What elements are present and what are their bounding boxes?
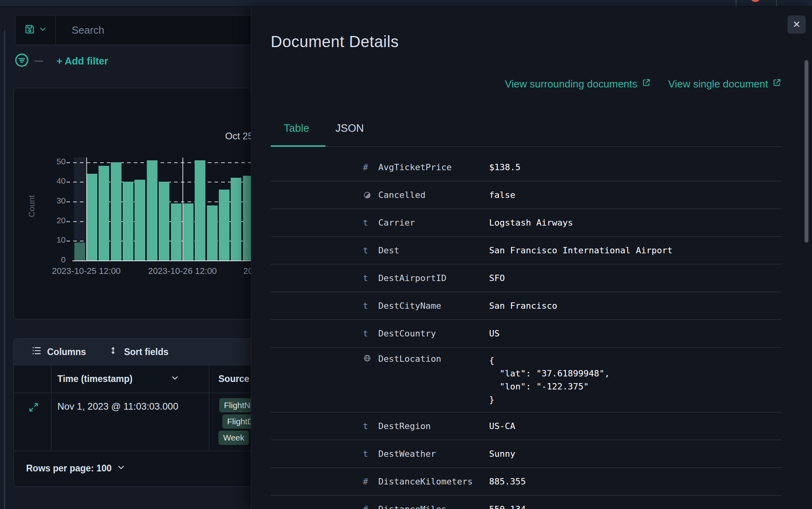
field-row-Cancelled[interactable]: Cancelledfalse [271, 181, 782, 209]
y-tick-10: 10 [32, 235, 66, 245]
field-name: DestCountry [378, 329, 489, 338]
field-row-AvgTicketPrice[interactable]: #AvgTicketPrice$138.5 [271, 154, 782, 181]
columns-list-icon [31, 346, 42, 358]
field-value: false [489, 188, 515, 201]
sort-fields-button[interactable]: Sort fields [108, 346, 168, 358]
saved-query-menu-button[interactable] [15, 15, 56, 45]
external-link-icon [641, 78, 651, 90]
external-link-icon [772, 78, 782, 90]
number-field-icon: # [363, 504, 378, 509]
add-filter-button[interactable]: + Add filter [57, 55, 108, 67]
tab-table[interactable]: Table [271, 122, 323, 145]
field-row-DestCountry[interactable]: tDestCountryUS [271, 320, 782, 348]
flyout-scrollbar[interactable] [804, 60, 808, 243]
view-single-document-label: View single document [668, 78, 768, 90]
histogram-bar[interactable] [123, 182, 133, 260]
filter-divider [34, 61, 43, 62]
field-value: 885.355 [489, 475, 526, 488]
user-avatar-badge[interactable] [750, 0, 761, 2]
y-tick-40: 40 [32, 176, 66, 186]
field-value: US [489, 327, 500, 340]
view-surrounding-documents-link[interactable]: View surrounding documents [505, 78, 651, 90]
rows-per-page-button[interactable]: Rows per page: 100 [26, 463, 126, 475]
save-icon [24, 24, 35, 36]
sort-fields-button-label: Sort fields [124, 347, 168, 357]
rows-per-page-label: Rows per page: 100 [26, 463, 112, 474]
string-field-icon: t [363, 449, 378, 459]
string-field-icon: t [363, 301, 378, 311]
field-name: DestRegion [378, 421, 489, 431]
histogram-bar[interactable] [99, 166, 109, 260]
field-row-DestRegion[interactable]: tDestRegionUS-CA [271, 412, 782, 440]
active-tab-underline [271, 145, 326, 147]
column-divider [51, 365, 51, 393]
histogram-bar[interactable] [183, 203, 194, 260]
day-boundary-gridline [86, 158, 87, 260]
source-field-badge[interactable]: Week [218, 431, 249, 445]
string-field-icon: t [363, 273, 378, 283]
string-field-icon: t [363, 329, 378, 338]
view-surrounding-documents-label: View surrounding documents [505, 78, 637, 90]
document-details-flyout: ✕ Document Details View surrounding docu… [251, 7, 812, 509]
boolean-field-icon [363, 191, 378, 199]
field-name: AvgTicketPrice [378, 162, 489, 172]
flyout-tabs: Table JSON [271, 122, 377, 145]
field-row-Dest[interactable]: tDestSan Francisco International Airport [271, 237, 782, 264]
expand-document-icon[interactable] [28, 402, 39, 414]
flyout-title: Document Details [271, 33, 399, 51]
histogram-bar[interactable] [231, 178, 241, 260]
chevron-down-icon [38, 25, 47, 35]
histogram-bar[interactable] [135, 180, 145, 260]
field-name: Dest [378, 245, 489, 255]
string-field-icon: t [363, 245, 378, 255]
tab-json[interactable]: JSON [323, 122, 377, 145]
histogram-bar[interactable] [219, 190, 230, 260]
field-row-DistanceMiles[interactable]: #DistanceMiles550.134 [271, 496, 782, 509]
field-value: San Francisco [489, 299, 557, 312]
flyout-links: View surrounding documents View single d… [505, 78, 782, 90]
field-name: DestWeather [378, 449, 489, 459]
day-boundary-gridline [182, 158, 183, 260]
field-row-DestWeather[interactable]: tDestWeatherSunny [271, 440, 782, 468]
field-name: DistanceMiles [378, 504, 489, 509]
field-row-DestAirportID[interactable]: tDestAirportIDSFO [271, 264, 782, 292]
partial-bucket-bar[interactable] [74, 243, 85, 260]
histogram-bar[interactable] [147, 160, 157, 260]
close-icon[interactable]: ✕ [787, 15, 806, 34]
source-column-label: Source [218, 374, 249, 384]
view-single-document-link[interactable]: View single document [668, 78, 782, 90]
field-row-Carrier[interactable]: tCarrierLogstash Airways [271, 209, 782, 237]
histogram-bar[interactable] [87, 174, 97, 260]
time-column-header[interactable]: Time (timestamp) [57, 365, 204, 393]
time-column-label: Time (timestamp) [57, 374, 133, 384]
filter-icon[interactable] [14, 52, 30, 70]
field-row-DistanceKilometers[interactable]: #DistanceKilometers885.355 [271, 468, 782, 496]
histogram-bar[interactable] [159, 182, 169, 260]
histogram-bar[interactable] [111, 162, 121, 261]
number-field-icon: # [363, 477, 378, 486]
columns-button-label: Columns [47, 347, 86, 357]
string-field-icon: t [363, 421, 378, 431]
gridline-50 [66, 162, 272, 163]
column-divider [209, 365, 209, 393]
search-placeholder: Search [72, 24, 104, 36]
field-value: US-CA [489, 420, 515, 433]
histogram-bar[interactable] [207, 205, 218, 260]
x-tick-label: 2023-10-26 12:00 [148, 266, 217, 276]
app-top-bar [0, 0, 812, 7]
field-value: Sunny [489, 447, 515, 460]
geo-point-field-icon [363, 354, 378, 363]
histogram-bar[interactable] [171, 203, 182, 260]
field-name: DestAirportID [378, 273, 489, 283]
document-fields-table: #AvgTicketPrice$138.5CancelledfalsetCarr… [271, 154, 782, 509]
histogram-bar[interactable] [195, 160, 205, 260]
y-tick-20: 20 [32, 216, 66, 225]
chevron-down-icon [116, 463, 126, 475]
field-name: DistanceKilometers [378, 477, 489, 486]
column-divider [209, 393, 209, 451]
columns-button[interactable]: Columns [31, 346, 86, 358]
field-row-DestLocation[interactable]: DestLocation{ "lat": "37.61899948", "lon… [271, 348, 782, 412]
y-tick-50: 50 [32, 157, 66, 166]
field-value: $138.5 [489, 161, 520, 174]
field-row-DestCityName[interactable]: tDestCityNameSan Francisco [271, 292, 782, 320]
